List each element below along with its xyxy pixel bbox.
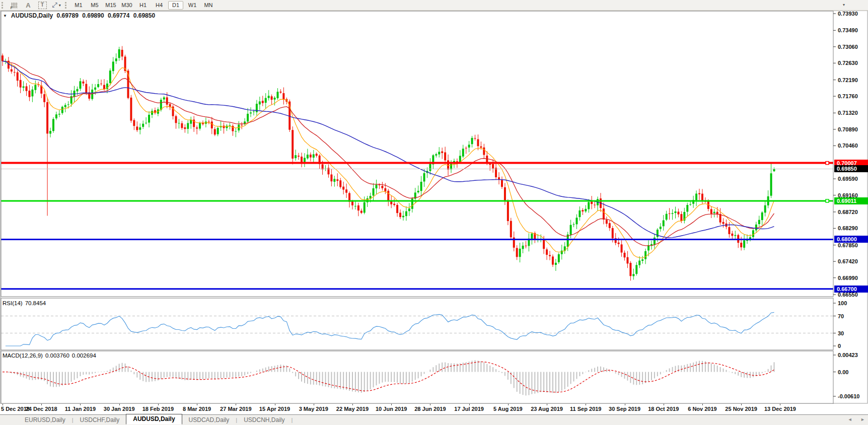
text-label-tool-button[interactable]: A: [23, 1, 34, 10]
toolbar-grip[interactable]: [65, 2, 67, 9]
timeframe-m5-button[interactable]: M5: [88, 1, 102, 9]
time-axis-tick: [430, 404, 430, 405]
date-label: 23 Aug 2019: [531, 406, 563, 412]
timeframe-h1-button[interactable]: H1: [136, 1, 150, 9]
text-label-icon: A: [26, 2, 30, 9]
arrows-icon: ⤢: [52, 1, 57, 9]
time-axis-tick: [275, 404, 275, 405]
tab-scroll-left-icon[interactable]: ◄: [848, 417, 852, 422]
time-axis-tick: [236, 404, 236, 405]
rsi-pane: [1, 312, 833, 346]
time-axis-tick: [197, 404, 197, 405]
timeframe-w1-button[interactable]: W1: [185, 1, 199, 9]
time-axis-tick: [41, 404, 42, 405]
tab-usdcad[interactable]: USDCAD,Daily: [182, 415, 236, 424]
timeframe-mn-button[interactable]: MN: [201, 1, 215, 9]
mt4-chart-window: F A T ⤢ ▾ M1 M5 M15 M30 H1 H4 D1 W1 MN ▾…: [0, 0, 868, 425]
grid-icon: F: [11, 3, 18, 8]
support-line-green-handle[interactable]: [826, 199, 829, 202]
time-axis-tick: [664, 404, 664, 405]
time-axis-tick: [547, 404, 547, 405]
time-axis-tick: [780, 404, 780, 405]
pane-border: [1, 11, 833, 297]
time-axis-tick: [391, 404, 392, 405]
tab-scroll-controls: ◄ ►: [841, 417, 865, 422]
timeframe-h4-button[interactable]: H4: [152, 1, 166, 9]
pane-border: [1, 351, 833, 404]
toolbar: F A T ⤢ ▾ M1 M5 M15 M30 H1 H4 D1 W1 MN ▾: [0, 0, 868, 11]
window-border: [1, 11, 867, 403]
date-label: 25 Nov 2019: [725, 406, 757, 412]
toolbar-grip[interactable]: [2, 2, 4, 9]
resistance-line-handle[interactable]: [826, 162, 829, 165]
macd-pane: [3, 360, 774, 395]
date-label: 18 Feb 2019: [142, 406, 174, 412]
date-label: 18 Oct 2019: [648, 406, 679, 412]
tab-usdchf[interactable]: USDCHF,Daily: [74, 415, 126, 424]
ma-fast-line[interactable]: [3, 61, 774, 258]
date-label: 3 May 2019: [299, 406, 328, 412]
date-label: 11 Sep 2019: [570, 406, 601, 412]
date-label: 22 May 2019: [336, 406, 369, 412]
date-label: 30 Jan 2019: [104, 406, 135, 412]
ma-slow-line[interactable]: [3, 61, 774, 238]
chart-plot-area[interactable]: [0, 10, 868, 404]
time-axis-tick: [702, 404, 703, 405]
time-axis[interactable]: 5 Dec 201824 Dec 201811 Jan 201930 Jan 2…: [0, 404, 868, 414]
date-label: 30 Sep 2019: [609, 406, 640, 412]
date-label: 13 Dec 2019: [764, 406, 796, 412]
time-axis-tick: [158, 404, 159, 405]
timeframe-d1-button[interactable]: D1: [168, 1, 183, 10]
time-axis-tick: [586, 404, 586, 405]
time-axis-tick: [352, 404, 353, 405]
toolbar-overflow-icon[interactable]: ▾: [843, 3, 845, 7]
date-label: 24 Dec 2018: [26, 406, 57, 412]
timeframe-m1-button[interactable]: M1: [71, 1, 86, 9]
time-axis-tick: [741, 404, 742, 405]
date-label: 28 Jun 2019: [414, 406, 446, 412]
chevron-down-icon: ▾: [59, 3, 61, 8]
date-label: 6 Nov 2019: [688, 406, 716, 412]
date-label: 8 Mar 2019: [183, 406, 211, 412]
text-box-icon: T: [38, 2, 47, 9]
rsi-line: [6, 312, 774, 346]
date-label: 17 Jul 2019: [454, 406, 484, 412]
date-label: 11 Jan 2019: [65, 406, 96, 412]
fibonacci-grid-tool-button[interactable]: F: [9, 1, 20, 10]
time-axis-tick: [80, 404, 81, 405]
date-label: 27 Mar 2019: [220, 406, 251, 412]
date-label: 15 Apr 2019: [259, 406, 290, 412]
timeframe-m15-button[interactable]: M15: [104, 1, 118, 9]
tab-audusd[interactable]: AUDUSD,Daily: [126, 414, 182, 424]
text-box-tool-button[interactable]: T: [37, 1, 48, 10]
time-axis-tick: [314, 404, 314, 405]
time-axis-tick: [3, 404, 3, 405]
date-label: 10 Jun 2019: [376, 406, 407, 412]
tab-eurusd[interactable]: EURUSD,Daily: [18, 415, 72, 424]
time-axis-tick: [508, 404, 509, 405]
time-axis-tick: [625, 404, 625, 405]
arrow-objects-tool-button[interactable]: ⤢ ▾: [51, 1, 62, 10]
time-axis-tick: [469, 404, 470, 405]
tab-scroll-right-icon[interactable]: ►: [860, 417, 865, 422]
tab-usdcnh[interactable]: USDCNH,Daily: [237, 415, 291, 424]
date-label: 5 Aug 2019: [493, 406, 523, 412]
symbol-tab-bar: EURUSD,Daily | USDCHF,Daily AUDUSD,Daily…: [0, 414, 868, 425]
tab-separator: |: [291, 417, 293, 423]
time-axis-tick: [119, 404, 120, 405]
timeframe-m30-button[interactable]: M30: [120, 1, 134, 9]
